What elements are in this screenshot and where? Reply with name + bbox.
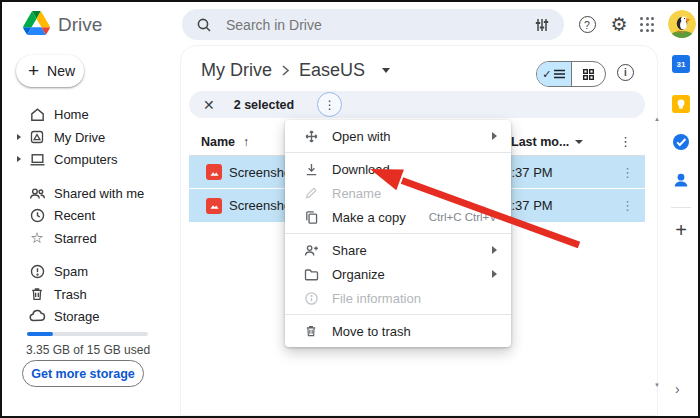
trash-icon (28, 285, 46, 303)
star-icon: ☆ (28, 229, 46, 247)
avatar-puffin-image (668, 10, 696, 38)
new-button-label: New (47, 63, 75, 79)
sort-ascending-icon[interactable]: ↑ (243, 135, 249, 149)
annotation-arrow-to-download (352, 150, 592, 255)
modified-column-header[interactable]: Last mo... (511, 135, 569, 149)
right-side-panel: 31 + › (662, 45, 700, 416)
sidebar-item-my-drive[interactable]: My Drive (2, 126, 180, 148)
keep-icon[interactable] (672, 95, 690, 113)
clear-selection-button[interactable]: ✕ (203, 97, 215, 113)
expand-caret-icon[interactable] (17, 156, 21, 162)
search-options-icon[interactable] (534, 17, 550, 33)
expand-caret-icon[interactable] (17, 134, 21, 140)
menu-divider (285, 314, 511, 315)
open-with-icon (303, 128, 319, 144)
collapse-panel-chevron-icon[interactable]: › (675, 381, 680, 397)
trash-icon (303, 323, 319, 339)
apps-grid-icon (640, 17, 655, 32)
search-icon (196, 17, 212, 33)
spam-icon (28, 262, 46, 280)
menu-item-move-to-trash[interactable]: Move to trash (285, 319, 511, 343)
folder-icon (303, 266, 319, 282)
rename-pencil-icon (303, 185, 319, 201)
info-icon: i (624, 67, 627, 78)
home-icon (28, 105, 46, 123)
storage-used-text: 3.35 GB of 15 GB used (26, 343, 150, 357)
sidebar-item-starred[interactable]: ☆ Starred (2, 227, 180, 249)
shared-with-me-icon (28, 184, 46, 202)
calendar-icon[interactable]: 31 (672, 55, 690, 73)
breadcrumb-my-drive[interactable]: My Drive (201, 60, 272, 81)
account-avatar[interactable] (668, 10, 696, 38)
sidebar-item-shared-with-me[interactable]: Shared with me (2, 182, 180, 204)
breadcrumb-current-folder[interactable]: EaseUS (299, 60, 365, 81)
submenu-chevron-icon (492, 132, 497, 140)
computers-icon (28, 150, 46, 168)
image-file-icon (206, 164, 222, 180)
rail-divider (671, 207, 691, 208)
app-title: Drive (58, 2, 102, 47)
column-options-button[interactable]: ⋮ (619, 134, 632, 149)
view-toggle: ✓ (536, 61, 606, 87)
google-drive-window: Drive ? ⚙ (0, 0, 700, 418)
breadcrumb-chevron-icon (282, 65, 289, 76)
clock-icon (28, 206, 46, 224)
row-more-actions-button[interactable]: ⋮ (621, 165, 634, 180)
download-icon (303, 161, 319, 177)
grid-view-button[interactable] (572, 62, 606, 86)
selection-count: 2 selected (234, 98, 294, 112)
google-apps-button[interactable] (639, 2, 655, 47)
selection-toolbar: ✕ 2 selected ⋮ (189, 91, 645, 118)
get-more-storage-button[interactable]: Get more storage (22, 360, 144, 387)
breadcrumb: My Drive EaseUS (201, 60, 390, 81)
new-button[interactable]: + New (16, 55, 84, 87)
menu-item-file-information: File information (285, 286, 511, 310)
row-more-actions-button[interactable]: ⋮ (621, 198, 634, 213)
drive-logo-icon[interactable] (23, 11, 50, 35)
menu-item-open-with[interactable]: Open with (285, 124, 511, 148)
sidebar-item-storage[interactable]: Storage (2, 305, 180, 327)
storage-progress-bar (27, 332, 148, 336)
plus-icon: + (28, 60, 39, 82)
more-actions-button[interactable]: ⋮ (317, 92, 342, 117)
search-input[interactable] (224, 16, 534, 34)
storage-progress-fill (27, 332, 53, 336)
image-file-icon (206, 198, 222, 214)
sidebar-item-spam[interactable]: Spam (2, 260, 180, 282)
share-person-add-icon (303, 242, 319, 258)
scroll-up-arrow[interactable]: ▲ (654, 116, 660, 122)
help-icon: ? (579, 16, 596, 33)
submenu-chevron-icon (492, 270, 497, 278)
menu-item-organize[interactable]: Organize (285, 262, 511, 286)
add-panel-app-button[interactable]: + (671, 220, 691, 240)
scroll-down-arrow[interactable]: ▼ (654, 382, 660, 388)
name-column-header[interactable]: Name (201, 135, 235, 149)
search-bar[interactable] (182, 9, 564, 40)
folder-dropdown-caret-icon[interactable] (382, 68, 390, 73)
modified-dropdown-caret-icon[interactable] (575, 140, 583, 144)
my-drive-icon (28, 128, 46, 146)
sidebar-item-computers[interactable]: Computers (2, 148, 180, 170)
top-app-bar: Drive ? ⚙ (2, 2, 698, 47)
check-icon: ✓ (542, 68, 551, 81)
sidebar-item-recent[interactable]: Recent (2, 204, 180, 226)
grid-view-icon (583, 69, 594, 80)
settings-button[interactable]: ⚙ (608, 2, 630, 47)
details-info-button[interactable]: i (617, 64, 634, 81)
tasks-icon[interactable] (672, 133, 690, 151)
help-button[interactable]: ? (578, 2, 596, 47)
sidebar-item-trash[interactable]: Trash (2, 283, 180, 305)
contacts-icon[interactable] (672, 171, 690, 189)
sidebar-item-home[interactable]: Home (2, 103, 180, 125)
list-view-button[interactable]: ✓ (537, 62, 571, 86)
list-view-icon (554, 69, 565, 79)
copy-icon (303, 209, 319, 225)
cloud-icon (28, 307, 46, 325)
gear-icon: ⚙ (610, 13, 627, 36)
file-info-icon (303, 290, 319, 306)
